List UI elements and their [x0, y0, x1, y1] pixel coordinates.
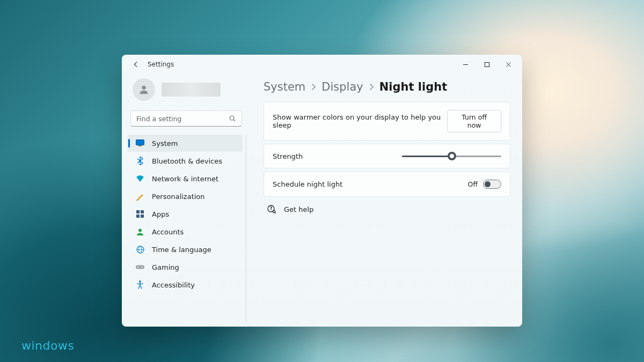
- schedule-card: Schedule night light Off: [264, 172, 510, 197]
- sidebar-item-label: Gaming: [152, 263, 179, 271]
- back-button[interactable]: [131, 60, 140, 69]
- schedule-state-label: Off: [468, 180, 478, 188]
- night-light-description: Show warmer colors on your display to he…: [273, 113, 447, 129]
- svg-point-18: [137, 267, 138, 268]
- svg-point-13: [138, 229, 142, 232]
- svg-rect-7: [136, 140, 144, 145]
- strength-label: Strength: [273, 152, 303, 160]
- time-language-icon: [136, 245, 144, 254]
- search-input[interactable]: [136, 115, 229, 123]
- titlebar: Settings: [122, 55, 522, 74]
- search-box[interactable]: [130, 110, 242, 127]
- svg-text:?: ?: [270, 206, 273, 211]
- sidebar-item-label: Accessibility: [152, 281, 195, 289]
- help-label[interactable]: Get help: [284, 205, 313, 213]
- watermark: windows: [21, 339, 74, 352]
- sidebar-item-label: Network & internet: [152, 175, 218, 183]
- svg-line-6: [233, 120, 235, 121]
- svg-point-4: [142, 86, 145, 90]
- sidebar-item-label: Apps: [152, 210, 169, 218]
- sidebar-item-personalization[interactable]: Personalization: [127, 188, 243, 205]
- chevron-right-icon: [369, 83, 374, 91]
- schedule-toggle[interactable]: [483, 180, 501, 189]
- svg-rect-9: [136, 210, 140, 213]
- bluetooth-icon: [136, 157, 144, 165]
- sidebar-item-time-language[interactable]: Time & language: [127, 241, 243, 258]
- breadcrumb-display[interactable]: Display: [321, 80, 363, 93]
- maximize-button[interactable]: [476, 56, 497, 72]
- sidebar-item-system[interactable]: System: [127, 135, 243, 152]
- accounts-icon: [136, 227, 144, 236]
- turn-off-button[interactable]: Turn off now: [447, 110, 501, 132]
- main-content: System Display Night light Show warmer c…: [251, 74, 522, 327]
- night-light-description-card: Show warmer colors on your display to he…: [264, 102, 510, 141]
- svg-point-5: [230, 116, 234, 120]
- help-row[interactable]: ? Get help: [264, 204, 510, 214]
- sidebar-item-apps[interactable]: Apps: [127, 205, 243, 223]
- sidebar-item-label: Time & language: [152, 246, 211, 254]
- breadcrumb-current: Night light: [379, 80, 448, 93]
- sidebar-item-label: System: [152, 139, 178, 147]
- help-icon: ?: [267, 204, 276, 214]
- strength-card: Strength: [264, 144, 510, 168]
- slider-thumb[interactable]: [448, 152, 456, 160]
- network-icon: [136, 174, 144, 183]
- svg-line-24: [275, 212, 276, 213]
- svg-rect-17: [136, 265, 144, 269]
- sidebar-item-accessibility[interactable]: Accessibility: [127, 276, 243, 293]
- accessibility-icon: [136, 280, 144, 289]
- chevron-right-icon: [311, 83, 316, 91]
- sidebar-item-accounts[interactable]: Accounts: [127, 223, 243, 240]
- slider-fill: [402, 156, 451, 157]
- sidebar-item-network[interactable]: Network & internet: [127, 170, 243, 187]
- toggle-knob: [485, 181, 491, 187]
- sidebar-item-label: Personalization: [152, 193, 205, 201]
- desktop-background: Settings: [0, 0, 644, 362]
- svg-rect-8: [138, 145, 142, 146]
- settings-window: Settings: [122, 55, 522, 327]
- sidebar-item-bluetooth[interactable]: Bluetooth & devices: [127, 152, 243, 169]
- svg-rect-1: [485, 62, 489, 67]
- account-block[interactable]: [126, 74, 246, 108]
- minimize-button[interactable]: [455, 56, 476, 72]
- sidebar-item-gaming[interactable]: Gaming: [127, 258, 243, 276]
- sidebar: System Bluetooth & devices Network & int…: [122, 74, 251, 327]
- close-button[interactable]: [497, 56, 519, 72]
- personalization-icon: [136, 192, 144, 201]
- strength-slider[interactable]: [402, 152, 501, 160]
- system-icon: [136, 139, 144, 147]
- breadcrumb-system[interactable]: System: [264, 80, 305, 93]
- breadcrumb: System Display Night light: [264, 80, 510, 93]
- nav-list: System Bluetooth & devices Network & int…: [126, 134, 246, 322]
- svg-rect-10: [141, 210, 144, 213]
- gaming-icon: [136, 263, 144, 271]
- search-icon: [229, 115, 236, 122]
- avatar: [133, 78, 155, 101]
- schedule-label: Schedule night light: [273, 180, 342, 188]
- sidebar-item-label: Accounts: [152, 228, 184, 236]
- svg-rect-11: [136, 215, 140, 218]
- svg-rect-12: [141, 215, 144, 218]
- window-title: Settings: [148, 61, 174, 68]
- account-name-placeholder: [162, 83, 221, 97]
- apps-icon: [136, 210, 144, 218]
- sidebar-item-label: Bluetooth & devices: [152, 157, 222, 165]
- svg-point-19: [141, 267, 142, 268]
